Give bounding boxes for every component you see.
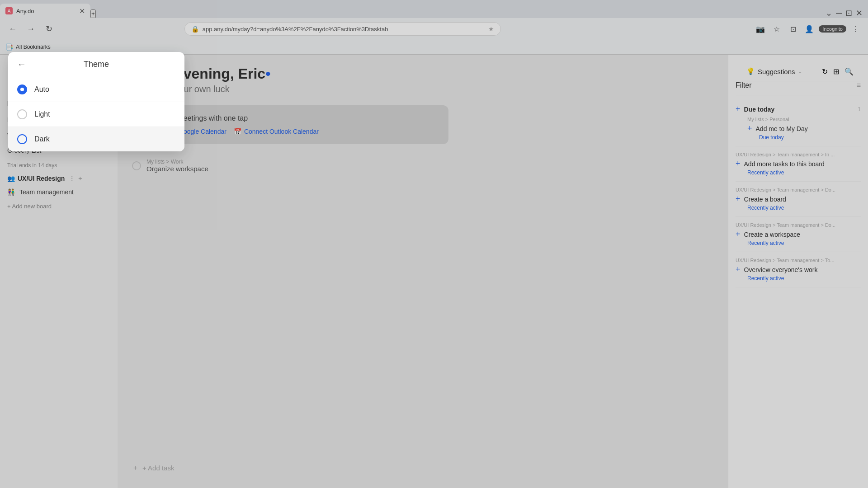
radio-auto [17,84,27,94]
theme-option-label-light: Light [34,110,50,118]
modal-overlay[interactable]: ← Theme AutoLightDark [0,0,868,488]
theme-option-label-auto: Auto [34,85,49,94]
theme-option-label-dark: Dark [34,135,50,143]
theme-option-dark[interactable]: Dark [8,127,184,151]
theme-modal: ← Theme AutoLightDark [8,52,184,151]
theme-options: AutoLightDark [8,77,184,151]
radio-dark [17,134,27,144]
theme-option-auto[interactable]: Auto [8,77,184,102]
radio-light [17,109,27,119]
theme-back-btn[interactable]: ← [17,59,26,70]
theme-option-light[interactable]: Light [8,102,184,127]
theme-modal-header: ← Theme [8,52,184,77]
theme-title: Theme [33,60,175,69]
